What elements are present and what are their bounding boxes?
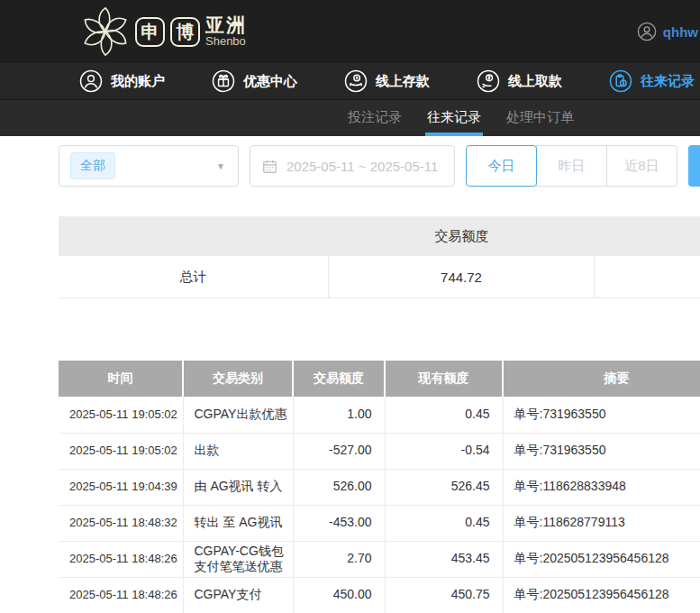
promotions-icon <box>212 69 235 93</box>
cell-summary: 单号:731963550 <box>503 433 700 469</box>
cell-time: 2025-05-11 18:48:26 <box>59 541 183 577</box>
chevron-down-icon: ▼ <box>216 161 225 171</box>
quick-range-button-group: 今日 昨日 近8日 <box>466 145 677 187</box>
user-avatar-icon <box>637 22 657 41</box>
cell-summary: 单号:731963550 <box>503 397 700 433</box>
cell-balance: 0.45 <box>385 397 503 433</box>
online-withdraw-icon <box>477 69 500 93</box>
today-button[interactable]: 今日 <box>466 145 537 187</box>
last-8-days-button[interactable]: 近8日 <box>606 145 677 187</box>
brand-logo[interactable]: 申 博 亚洲 Shenbo <box>77 4 247 59</box>
cell-category: 由 AG视讯 转入 <box>183 469 293 505</box>
logo-char-shen: 申 <box>135 17 165 47</box>
account-menu[interactable]: qhhw <box>637 0 698 63</box>
tab-transaction-records[interactable]: 往来记录 <box>425 100 483 136</box>
nav-item-my-account[interactable]: 我的账户 <box>79 69 165 93</box>
nav-item-transaction-records[interactable]: 往来记录 <box>609 69 695 93</box>
cell-category: CGPAY出款优惠 <box>183 397 293 433</box>
cell-time: 2025-05-11 18:48:32 <box>59 505 183 541</box>
cell-time: 2025-05-11 18:48:26 <box>59 577 183 613</box>
cell-amount: 450.00 <box>293 577 385 613</box>
cell-amount: -453.00 <box>293 505 385 541</box>
cell-category: 转出 至 AG视讯 <box>183 505 293 541</box>
logo-brand-subtitle: Shenbo <box>205 35 247 48</box>
column-header-summary: 摘要 <box>503 361 700 397</box>
nav-item-online-deposit[interactable]: 线上存款 <box>344 69 430 93</box>
nav-label: 往来记录 <box>641 73 695 90</box>
table-row: 2025-05-11 19:04:39 由 AG视讯 转入 526.00 526… <box>59 469 700 505</box>
cell-summary: 单号:202505123956456128 <box>503 577 700 613</box>
summary-table: 交易额度 总计 744.72 <box>59 216 700 298</box>
nav-label: 线上存款 <box>376 73 430 90</box>
table-row: 2025-05-11 18:48:26 CGPAY-CG钱包支付笔笔送优惠 2.… <box>59 541 700 577</box>
main-navbar: 我的账户 优惠中心 线上存款 线上取款 <box>0 63 700 100</box>
summary-total-row: 总计 744.72 <box>59 256 700 297</box>
nav-label: 线上取款 <box>508 73 562 90</box>
summary-header-empty <box>595 216 700 256</box>
cell-summary: 单号:118628833948 <box>503 469 700 505</box>
cell-balance: -0.54 <box>385 433 503 469</box>
flower-logo-icon <box>77 4 133 59</box>
table-row: 2025-05-11 19:05:02 出款 -527.00 -0.54 单号:… <box>59 433 700 469</box>
cell-balance: 453.45 <box>385 541 503 577</box>
table-row: 2025-05-11 18:48:32 转出 至 AG视讯 -453.00 0.… <box>59 505 700 541</box>
records-header-row: 时间 交易类别 交易额度 现有额度 摘要 <box>59 361 700 397</box>
records-table: 时间 交易类别 交易额度 现有额度 摘要 2025-05-11 19:05:02… <box>59 361 700 613</box>
cell-balance: 450.75 <box>385 577 503 613</box>
cell-summary: 单号:202505123956456128 <box>503 541 700 577</box>
yesterday-button[interactable]: 昨日 <box>536 145 607 187</box>
cell-time: 2025-05-11 19:05:02 <box>59 397 183 433</box>
nav-label: 我的账户 <box>111 73 165 90</box>
summary-header-row: 交易额度 <box>59 216 700 256</box>
table-row: 2025-05-11 18:48:26 CGPAY支付 450.00 450.7… <box>59 577 700 613</box>
cell-amount: 2.70 <box>293 541 385 577</box>
cell-amount: -527.00 <box>293 433 385 469</box>
date-range-value: 2025-05-11 ~ 2025-05-11 <box>286 159 438 174</box>
calendar-icon <box>261 158 278 175</box>
cell-time: 2025-05-11 19:05:02 <box>59 433 183 469</box>
logo-char-bo: 博 <box>170 17 200 47</box>
column-header-amount: 交易额度 <box>293 361 385 397</box>
cell-amount: 1.00 <box>293 397 385 433</box>
tab-pending-orders[interactable]: 处理中订单 <box>505 100 576 136</box>
transaction-records-icon <box>609 69 632 93</box>
cell-category: CGPAY支付 <box>183 577 293 613</box>
cell-balance: 0.45 <box>385 505 503 541</box>
nav-item-promotions[interactable]: 优惠中心 <box>212 69 297 93</box>
column-header-category: 交易类别 <box>183 361 293 397</box>
cell-category: CGPAY-CG钱包支付笔笔送优惠 <box>183 541 293 577</box>
cell-amount: 526.00 <box>293 469 385 505</box>
logo-character-boxes: 申 博 <box>135 17 200 47</box>
date-range-input[interactable]: 2025-05-11 ~ 2025-05-11 <box>250 145 455 187</box>
nav-item-online-withdraw[interactable]: 线上取款 <box>477 69 562 93</box>
summary-total-value: 744.72 <box>329 256 595 297</box>
type-filter-selected-tag[interactable]: 全部 <box>70 152 115 179</box>
summary-header-title: 交易额度 <box>329 216 595 256</box>
top-header: 申 博 亚洲 Shenbo qhhw <box>0 0 700 63</box>
logo-region-label: 亚洲 <box>205 15 247 35</box>
username-label[interactable]: qhhw <box>663 24 698 40</box>
summary-empty-cell <box>595 256 700 297</box>
my-account-icon <box>79 69 103 93</box>
summary-header-empty <box>59 216 329 256</box>
table-row: 2025-05-11 19:05:02 CGPAY出款优惠 1.00 0.45 … <box>59 397 700 433</box>
column-header-balance: 现有额度 <box>385 361 503 397</box>
nav-label: 优惠中心 <box>243 73 297 90</box>
cell-summary: 单号:118628779113 <box>503 505 700 541</box>
search-button[interactable] <box>688 145 700 187</box>
records-tabbar: 投注记录 往来记录 处理中订单 <box>0 100 700 136</box>
cell-time: 2025-05-11 19:04:39 <box>59 469 183 505</box>
summary-total-label: 总计 <box>59 256 329 297</box>
cell-balance: 526.45 <box>385 469 503 505</box>
filter-bar: 全部 ▼ 2025-05-11 ~ 2025-05-11 今日 昨日 近8日 <box>59 145 700 187</box>
tab-bet-records[interactable]: 投注记录 <box>346 100 404 136</box>
online-deposit-icon <box>344 69 368 93</box>
cell-category: 出款 <box>183 433 293 469</box>
column-header-time: 时间 <box>59 361 183 397</box>
type-filter-dropdown[interactable]: 全部 ▼ <box>59 145 239 187</box>
